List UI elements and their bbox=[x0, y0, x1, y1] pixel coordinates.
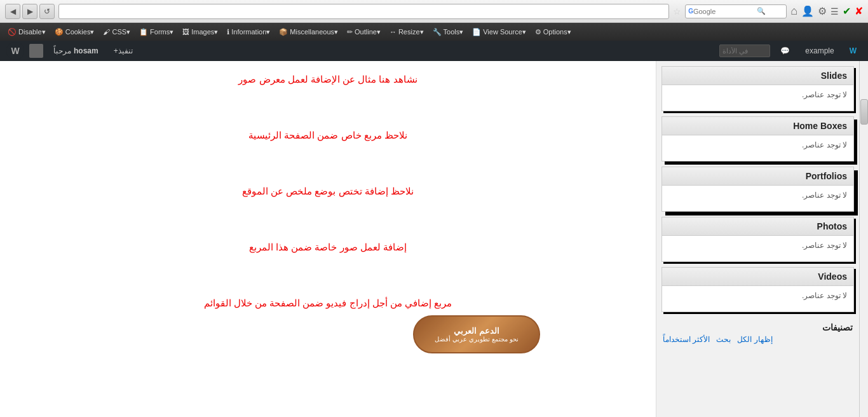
most-used-link[interactable]: الأكثر استخداماً bbox=[663, 335, 710, 344]
note-1: نشاهد هنا مثال عن الإضافة لعمل معرض صور bbox=[19, 74, 637, 85]
options-icon: ⚙ bbox=[535, 28, 541, 36]
watermark-text: الدعم العربي نحو مجتمع تطويري عربي أفضل bbox=[435, 326, 518, 343]
widget-slides-body: لا توجد عناصر. bbox=[662, 85, 853, 111]
note-3: نلاحظ إضافة تختص بوضع ملخص عن الموقع bbox=[19, 186, 637, 197]
home-icon[interactable]: ⌂ bbox=[790, 4, 797, 18]
widget-photos-body: لا توجد عناصر. bbox=[662, 236, 853, 261]
view-source-icon: 📄 bbox=[472, 28, 481, 36]
back-button[interactable]: ◀ bbox=[5, 4, 20, 19]
miscellaneous-icon: 📦 bbox=[279, 28, 288, 36]
widget-videos: Videos لا توجد عناصر. bbox=[661, 267, 854, 312]
dev-outline[interactable]: ✏ Outline▾ bbox=[343, 27, 384, 38]
widget-slides: Slides لا توجد عناصر. bbox=[661, 66, 854, 111]
cookies-icon: 🍪 bbox=[55, 28, 64, 36]
tools-icon: 🔧 bbox=[433, 28, 442, 36]
widget-videos-body: لا توجد عناصر. bbox=[662, 286, 853, 311]
wp-search-input[interactable] bbox=[719, 44, 770, 57]
search-icon: 🔍 bbox=[757, 7, 766, 15]
wp-wp-icon[interactable]: W bbox=[844, 44, 862, 58]
widget-home-boxes-body: لا توجد عناصر. bbox=[662, 135, 853, 161]
widget-home-boxes: Home Boxes لا توجد عناصر. bbox=[661, 116, 854, 161]
css-icon: 🖌 bbox=[103, 28, 110, 36]
dev-disable[interactable]: 🚫 Disable▾ bbox=[4, 27, 50, 38]
user-avatar bbox=[29, 44, 43, 58]
information-icon: ℹ bbox=[227, 28, 229, 36]
forms-icon: 📋 bbox=[139, 28, 148, 36]
dev-toolbar: 🚫 Disable▾ 🍪 Cookies▾ 🖌 CSS▾ 📋 Forms▾ 🖼 … bbox=[0, 23, 868, 41]
search-link[interactable]: بحث bbox=[716, 335, 731, 344]
show-all-link[interactable]: إظهار الكل bbox=[737, 335, 772, 344]
note-2: نلاحظ مربع خاص ضمن الصفحة الرئيسية bbox=[19, 130, 637, 141]
categories-section: تصنيفات إظهار الكل بحث الأكثر استخداماً bbox=[656, 317, 859, 349]
dev-information[interactable]: ℹ Information▾ bbox=[223, 27, 274, 38]
categories-title: تصنيفات bbox=[663, 322, 853, 332]
note-4: إضافة لعمل صور خاصة ضمن هذا المربع bbox=[19, 242, 637, 253]
refresh-button[interactable]: ↺ bbox=[39, 4, 55, 19]
check-icon: ✔ bbox=[843, 5, 851, 17]
right-sidebar: Slides لا توجد عناصر. Home Boxes لا توجد… bbox=[656, 61, 859, 417]
dev-forms[interactable]: 📋 Forms▾ bbox=[135, 27, 177, 38]
dev-options[interactable]: ⚙ Options▾ bbox=[531, 27, 575, 38]
widget-videos-header: Videos bbox=[662, 268, 853, 286]
google-search-box[interactable]: G 🔍 bbox=[685, 4, 787, 18]
forward-button[interactable]: ▶ bbox=[22, 4, 37, 19]
widget-photos: Photos لا توجد عناصر. bbox=[661, 217, 854, 262]
scrollbar-track bbox=[859, 61, 868, 417]
wp-user-greeting[interactable]: مرحباً hosam bbox=[48, 44, 104, 58]
resize-icon: ↔ bbox=[390, 28, 397, 36]
widget-portfolios: Portfolios لا توجد عناصر. bbox=[661, 167, 854, 212]
comment-icon: 💬 bbox=[780, 46, 790, 55]
widget-portfolios-body: لا توجد عناصر. bbox=[662, 186, 853, 211]
watermark-overlay: الدعم العربي نحو مجتمع تطويري عربي أفضل bbox=[413, 315, 540, 353]
disable-icon: 🚫 bbox=[8, 28, 17, 36]
images-icon: 🖼 bbox=[182, 28, 189, 36]
google-search-input[interactable] bbox=[693, 8, 757, 15]
address-bar[interactable] bbox=[58, 4, 669, 19]
outline-icon: ✏ bbox=[347, 28, 353, 36]
wp-site-name[interactable]: example bbox=[800, 44, 839, 58]
dev-cookies[interactable]: 🍪 Cookies▾ bbox=[51, 27, 98, 38]
note-5: مربع إضافي من أجل إدراج فيديو ضمن الصفحة… bbox=[19, 297, 637, 309]
categories-links: إظهار الكل بحث الأكثر استخداماً bbox=[663, 335, 853, 344]
bookmark-star-icon[interactable]: ☆ bbox=[673, 6, 681, 17]
wp-comments[interactable]: 💬 bbox=[775, 44, 795, 58]
dev-images[interactable]: 🖼 Images▾ bbox=[179, 27, 222, 38]
dev-miscellaneous[interactable]: 📦 Miscellaneous▾ bbox=[275, 27, 342, 38]
wp-add-new[interactable]: +تنفيذ bbox=[109, 44, 138, 58]
wp-admin-bar: W مرحباً hosam +تنفيذ 💬 example W bbox=[0, 41, 868, 61]
left-content: نشاهد هنا مثال عن الإضافة لعمل معرض صور … bbox=[0, 61, 656, 417]
user-icon[interactable]: 👤 bbox=[801, 5, 814, 17]
widget-home-boxes-header: Home Boxes bbox=[662, 117, 853, 135]
dev-tools[interactable]: 🔧 Tools▾ bbox=[429, 27, 468, 38]
widget-portfolios-header: Portfolios bbox=[662, 167, 853, 186]
scrollbar-thumb[interactable] bbox=[860, 99, 868, 125]
wordpress-icon: W bbox=[850, 46, 857, 55]
dev-resize[interactable]: ↔ Resize▾ bbox=[386, 27, 428, 38]
dev-css[interactable]: 🖌 CSS▾ bbox=[99, 27, 134, 38]
main-area: نشاهد هنا مثال عن الإضافة لعمل معرض صور … bbox=[0, 61, 868, 417]
settings-icon[interactable]: ⚙ bbox=[818, 5, 827, 17]
wp-logo[interactable]: W bbox=[6, 42, 24, 60]
google-logo: G bbox=[688, 8, 693, 15]
widget-slides-header: Slides bbox=[662, 67, 853, 85]
dev-view-source[interactable]: 📄 View Source▾ bbox=[468, 27, 530, 38]
close-icon[interactable]: ✘ bbox=[855, 5, 863, 17]
widget-photos-header: Photos bbox=[662, 217, 853, 236]
menu-icon[interactable]: ☰ bbox=[831, 6, 839, 17]
browser-toolbar: ◀ ▶ ↺ ☆ G 🔍 ⌂ 👤 ⚙ ☰ ✔ ✘ bbox=[0, 0, 868, 23]
